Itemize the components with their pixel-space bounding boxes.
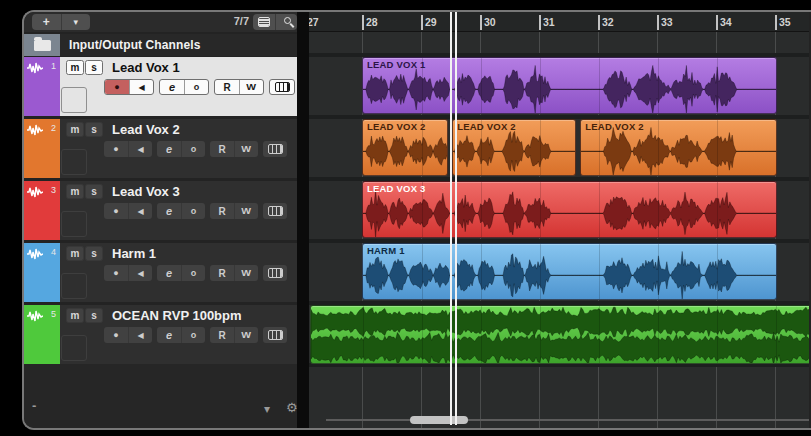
show-lanes-button[interactable] — [263, 265, 287, 281]
clip-bar-gridline — [658, 58, 659, 113]
edit-channel-button[interactable]: e — [157, 203, 181, 219]
track-header[interactable]: 5msOCEAN RVP 100bpm●◀eoRW — [24, 305, 297, 364]
track-picture-frame[interactable] — [61, 273, 87, 299]
settings-gear-icon[interactable]: ⚙ — [286, 400, 298, 415]
solo-button[interactable]: s — [85, 184, 103, 199]
ruler-bar-tick — [480, 15, 482, 30]
record-enable-button[interactable]: ● — [104, 203, 128, 219]
edit-channel-button-glyph: e — [166, 205, 172, 217]
monitor-button[interactable]: ◀ — [128, 203, 152, 219]
track-header[interactable]: 2msLead Vox 2●◀eoRW — [24, 119, 297, 178]
solo-button[interactable]: s — [85, 122, 103, 137]
lanes-icon — [268, 330, 283, 340]
write-automation-button[interactable]: W — [234, 327, 258, 343]
mute-button[interactable]: m — [66, 60, 84, 75]
freeze-button[interactable]: o — [181, 203, 205, 219]
show-lanes-button[interactable] — [263, 141, 287, 157]
audio-clip[interactable] — [310, 305, 809, 364]
playhead-cursor[interactable] — [450, 12, 457, 425]
mute-button[interactable]: m — [66, 122, 84, 137]
audio-clip[interactable]: LEAD VOX 2 — [580, 119, 776, 176]
zoom-out-button[interactable]: - — [32, 398, 36, 413]
audio-clip[interactable]: LEAD VOX 2 — [452, 119, 575, 176]
panel-timeline-divider — [297, 12, 309, 428]
scrollbar-thumb[interactable] — [410, 416, 468, 424]
clip-name-label: LEAD VOX 2 — [585, 121, 644, 132]
monitor-button[interactable]: ◀ — [128, 265, 152, 281]
monitor-button[interactable]: ◀ — [128, 327, 152, 343]
solo-button[interactable]: s — [85, 60, 103, 75]
freeze-button[interactable]: o — [181, 327, 205, 343]
freeze-button[interactable]: o — [181, 265, 205, 281]
read-automation-button[interactable]: R — [210, 327, 234, 343]
track-color-strip[interactable]: 1 — [24, 57, 60, 116]
write-automation-button[interactable]: W — [234, 265, 258, 281]
edit-channel-button[interactable]: e — [157, 265, 181, 281]
audio-clip[interactable]: LEAD VOX 1 — [362, 57, 777, 114]
track-color-strip[interactable]: 3 — [24, 181, 60, 240]
edit-channel-button-glyph: e — [169, 81, 175, 93]
write-automation-button[interactable]: W — [239, 80, 263, 94]
clip-bar-gridline — [658, 182, 659, 237]
track-header-body: msHarm 1●◀eoRW — [60, 243, 297, 302]
show-lanes-button[interactable] — [263, 203, 287, 219]
audio-clip[interactable]: LEAD VOX 3 — [362, 181, 777, 238]
read-automation-button-glyph: R — [218, 330, 225, 341]
clip-bar-gridline — [599, 58, 600, 113]
chevron-down-icon[interactable]: ▾ — [264, 402, 270, 416]
clip-bar-gridline — [540, 120, 541, 175]
mute-button[interactable]: m — [66, 308, 84, 323]
track-header[interactable]: 4msHarm 1●◀eoRW — [24, 243, 297, 302]
track-color-strip[interactable]: 2 — [24, 119, 60, 178]
read-automation-button[interactable]: R — [210, 203, 234, 219]
solo-button[interactable]: s — [85, 246, 103, 261]
record-enable-button[interactable]: ● — [104, 327, 128, 343]
track-picture-frame[interactable] — [61, 87, 87, 113]
edit-channel-button[interactable]: e — [157, 141, 181, 157]
monitor-button[interactable]: ◀ — [129, 80, 153, 94]
track-header[interactable]: 3msLead Vox 3●◀eoRW — [24, 181, 297, 240]
read-automation-button[interactable]: R — [210, 265, 234, 281]
write-automation-button[interactable]: W — [234, 203, 258, 219]
control-group: RW — [210, 265, 258, 281]
record-enable-button[interactable]: ● — [104, 265, 128, 281]
clip-bar-gridline — [540, 182, 541, 237]
track-name[interactable]: Lead Vox 3 — [112, 184, 180, 199]
track-color-strip[interactable]: 5 — [24, 305, 60, 364]
record-icon: ● — [114, 82, 119, 92]
ruler-bar-number: 30 — [484, 16, 496, 28]
write-automation-button[interactable]: W — [234, 141, 258, 157]
timeline-ruler[interactable]: 272829303132333435 — [309, 12, 809, 32]
control-group: ●◀ — [104, 79, 154, 95]
mute-button[interactable]: m — [66, 184, 84, 199]
edit-channel-button[interactable]: e — [157, 327, 181, 343]
read-automation-button[interactable]: R — [210, 141, 234, 157]
track-picture-frame[interactable] — [61, 149, 87, 175]
audio-clip[interactable]: HARM 1 — [362, 243, 777, 300]
mute-button[interactable]: m — [66, 246, 84, 261]
monitor-speaker-icon: ◀ — [138, 83, 144, 92]
track-header[interactable]: 1msLead Vox 1●◀eoRW — [24, 57, 297, 116]
track-name[interactable]: Harm 1 — [112, 246, 156, 261]
waveform-graphic — [363, 244, 777, 300]
show-lanes-button[interactable] — [270, 80, 294, 94]
record-enable-button[interactable]: ● — [105, 80, 129, 94]
record-enable-button[interactable]: ● — [104, 141, 128, 157]
track-number: 2 — [51, 123, 56, 133]
record-icon: ● — [113, 144, 118, 154]
show-lanes-button[interactable] — [263, 327, 287, 343]
solo-button[interactable]: s — [85, 308, 103, 323]
read-automation-button[interactable]: R — [215, 80, 239, 94]
edit-channel-button[interactable]: e — [160, 80, 184, 94]
audio-clip[interactable]: LEAD VOX 2 — [362, 119, 448, 176]
track-name[interactable]: Lead Vox 2 — [112, 122, 180, 137]
track-picture-frame[interactable] — [61, 211, 87, 237]
freeze-button[interactable]: o — [184, 80, 208, 94]
track-picture-frame[interactable] — [61, 335, 87, 361]
track-color-strip[interactable]: 4 — [24, 243, 60, 302]
monitor-button[interactable]: ◀ — [128, 141, 152, 157]
track-name[interactable]: OCEAN RVP 100bpm — [112, 308, 242, 323]
track-name[interactable]: Lead Vox 1 — [112, 60, 180, 75]
lanes-icon — [268, 144, 283, 154]
freeze-button[interactable]: o — [181, 141, 205, 157]
